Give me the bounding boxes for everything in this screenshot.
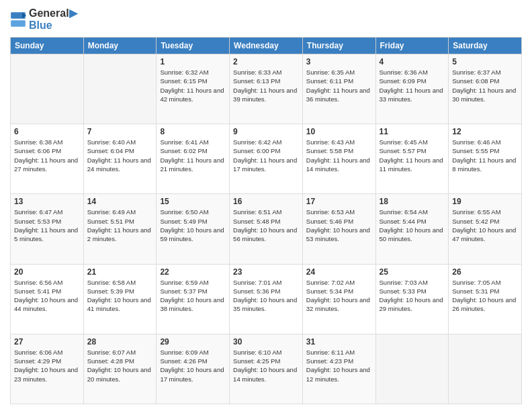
cell-info: Sunrise: 7:01 AM Sunset: 5:36 PM Dayligh…: [233, 278, 299, 314]
day-number: 31: [306, 337, 372, 347]
day-number: 14: [87, 197, 153, 206]
day-number: 23: [233, 267, 299, 277]
calendar-week-row: 27Sunrise: 6:06 AM Sunset: 4:29 PM Dayli…: [11, 334, 522, 404]
calendar-cell: 31Sunrise: 6:11 AM Sunset: 4:23 PM Dayli…: [302, 334, 375, 404]
calendar-cell: 22Sunrise: 6:59 AM Sunset: 5:37 PM Dayli…: [157, 264, 230, 334]
calendar-cell: 8Sunrise: 6:41 AM Sunset: 6:02 PM Daylig…: [157, 124, 230, 194]
calendar-week-row: 13Sunrise: 6:47 AM Sunset: 5:53 PM Dayli…: [11, 194, 522, 264]
cell-info: Sunrise: 6:10 AM Sunset: 4:25 PM Dayligh…: [233, 348, 299, 383]
cell-info: Sunrise: 6:38 AM Sunset: 6:06 PM Dayligh…: [14, 138, 80, 173]
calendar-cell: 17Sunrise: 6:53 AM Sunset: 5:46 PM Dayli…: [302, 194, 375, 264]
calendar-cell: 4Sunrise: 6:36 AM Sunset: 6:09 PM Daylig…: [375, 54, 449, 124]
day-number: 17: [306, 197, 372, 206]
logo: General▶ Blue: [10, 7, 77, 32]
day-number: 2: [233, 57, 299, 66]
day-number: 1: [160, 57, 226, 66]
day-number: 11: [380, 127, 445, 136]
header: General▶ Blue: [10, 7, 522, 32]
calendar-cell: 18Sunrise: 6:54 AM Sunset: 5:44 PM Dayli…: [375, 194, 449, 264]
cell-info: Sunrise: 6:42 AM Sunset: 6:00 PM Dayligh…: [233, 138, 299, 173]
calendar-cell: 28Sunrise: 6:07 AM Sunset: 4:28 PM Dayli…: [83, 334, 157, 404]
day-number: 10: [306, 127, 372, 136]
day-number: 15: [160, 197, 226, 206]
cell-info: Sunrise: 6:55 AM Sunset: 5:42 PM Dayligh…: [452, 208, 518, 243]
calendar-cell: 21Sunrise: 6:58 AM Sunset: 5:39 PM Dayli…: [83, 264, 157, 334]
cell-info: Sunrise: 6:36 AM Sunset: 6:09 PM Dayligh…: [380, 68, 445, 103]
calendar-body: 1Sunrise: 6:32 AM Sunset: 6:15 PM Daylig…: [11, 54, 522, 404]
calendar-week-row: 1Sunrise: 6:32 AM Sunset: 6:15 PM Daylig…: [11, 54, 522, 124]
calendar-cell: 5Sunrise: 6:37 AM Sunset: 6:08 PM Daylig…: [449, 54, 522, 124]
calendar-cell: [11, 54, 84, 124]
cell-info: Sunrise: 6:09 AM Sunset: 4:26 PM Dayligh…: [160, 348, 226, 383]
cell-info: Sunrise: 6:40 AM Sunset: 6:04 PM Dayligh…: [87, 138, 153, 173]
calendar-cell: 30Sunrise: 6:10 AM Sunset: 4:25 PM Dayli…: [230, 334, 303, 404]
page: General▶ Blue SundayMondayTuesdayWednesd…: [0, 0, 532, 411]
day-number: 18: [380, 197, 445, 206]
calendar-cell: [375, 334, 449, 404]
calendar-cell: 24Sunrise: 7:02 AM Sunset: 5:34 PM Dayli…: [302, 264, 375, 334]
day-number: 12: [452, 127, 518, 136]
cell-info: Sunrise: 6:58 AM Sunset: 5:39 PM Dayligh…: [87, 278, 153, 314]
calendar-cell: [83, 54, 157, 124]
calendar-cell: 29Sunrise: 6:09 AM Sunset: 4:26 PM Dayli…: [157, 334, 230, 404]
cell-info: Sunrise: 6:51 AM Sunset: 5:48 PM Dayligh…: [233, 208, 299, 243]
cell-info: Sunrise: 6:56 AM Sunset: 5:41 PM Dayligh…: [14, 278, 80, 314]
weekday-header: SundayMondayTuesdayWednesdayThursdayFrid…: [11, 38, 522, 54]
weekday-header-cell: Tuesday: [157, 38, 230, 54]
calendar-cell: 23Sunrise: 7:01 AM Sunset: 5:36 PM Dayli…: [230, 264, 303, 334]
cell-info: Sunrise: 6:37 AM Sunset: 6:08 PM Dayligh…: [452, 68, 518, 103]
day-number: 29: [160, 337, 226, 347]
cell-info: Sunrise: 6:46 AM Sunset: 5:55 PM Dayligh…: [452, 138, 518, 173]
cell-info: Sunrise: 6:33 AM Sunset: 6:13 PM Dayligh…: [233, 68, 299, 103]
cell-info: Sunrise: 6:47 AM Sunset: 5:53 PM Dayligh…: [14, 208, 80, 243]
calendar-cell: 6Sunrise: 6:38 AM Sunset: 6:06 PM Daylig…: [11, 124, 84, 194]
calendar-cell: 26Sunrise: 7:05 AM Sunset: 5:31 PM Dayli…: [449, 264, 522, 334]
cell-info: Sunrise: 6:32 AM Sunset: 6:15 PM Dayligh…: [160, 68, 226, 103]
cell-info: Sunrise: 7:05 AM Sunset: 5:31 PM Dayligh…: [452, 278, 518, 314]
day-number: 20: [14, 267, 80, 277]
logo-icon: [10, 11, 26, 28]
weekday-header-cell: Sunday: [11, 38, 84, 54]
calendar-cell: 14Sunrise: 6:49 AM Sunset: 5:51 PM Dayli…: [83, 194, 157, 264]
cell-info: Sunrise: 6:49 AM Sunset: 5:51 PM Dayligh…: [87, 208, 153, 243]
day-number: 5: [452, 57, 518, 66]
day-number: 30: [233, 337, 299, 347]
calendar-week-row: 6Sunrise: 6:38 AM Sunset: 6:06 PM Daylig…: [11, 124, 522, 194]
calendar-week-row: 20Sunrise: 6:56 AM Sunset: 5:41 PM Dayli…: [11, 264, 522, 334]
day-number: 16: [233, 197, 299, 206]
cell-info: Sunrise: 6:06 AM Sunset: 4:29 PM Dayligh…: [14, 348, 80, 383]
day-number: 6: [14, 127, 80, 136]
day-number: 26: [452, 267, 518, 277]
weekday-header-cell: Wednesday: [230, 38, 303, 54]
day-number: 9: [233, 127, 299, 136]
day-number: 28: [87, 337, 153, 347]
cell-info: Sunrise: 7:03 AM Sunset: 5:33 PM Dayligh…: [380, 278, 445, 314]
cell-info: Sunrise: 6:54 AM Sunset: 5:44 PM Dayligh…: [380, 208, 445, 243]
cell-info: Sunrise: 6:59 AM Sunset: 5:37 PM Dayligh…: [160, 278, 226, 314]
day-number: 27: [14, 337, 80, 347]
weekday-header-cell: Thursday: [302, 38, 375, 54]
day-number: 4: [380, 57, 445, 66]
day-number: 13: [14, 197, 80, 206]
day-number: 3: [306, 57, 372, 66]
calendar-cell: 13Sunrise: 6:47 AM Sunset: 5:53 PM Dayli…: [11, 194, 84, 264]
day-number: 25: [380, 267, 445, 277]
calendar-cell: 2Sunrise: 6:33 AM Sunset: 6:13 PM Daylig…: [230, 54, 303, 124]
day-number: 8: [160, 127, 226, 136]
day-number: 24: [306, 267, 372, 277]
calendar-cell: 10Sunrise: 6:43 AM Sunset: 5:58 PM Dayli…: [302, 124, 375, 194]
calendar-cell: 15Sunrise: 6:50 AM Sunset: 5:49 PM Dayli…: [157, 194, 230, 264]
weekday-header-cell: Monday: [83, 38, 157, 54]
calendar-cell: 25Sunrise: 7:03 AM Sunset: 5:33 PM Dayli…: [375, 264, 449, 334]
cell-info: Sunrise: 6:50 AM Sunset: 5:49 PM Dayligh…: [160, 208, 226, 243]
weekday-header-cell: Saturday: [449, 38, 522, 54]
logo-text: General▶ Blue: [29, 7, 77, 32]
calendar-cell: 11Sunrise: 6:45 AM Sunset: 5:57 PM Dayli…: [375, 124, 449, 194]
calendar-table: SundayMondayTuesdayWednesdayThursdayFrid…: [10, 37, 522, 404]
day-number: 21: [87, 267, 153, 277]
cell-info: Sunrise: 6:43 AM Sunset: 5:58 PM Dayligh…: [306, 138, 372, 173]
calendar-cell: 3Sunrise: 6:35 AM Sunset: 6:11 PM Daylig…: [302, 54, 375, 124]
calendar-cell: 19Sunrise: 6:55 AM Sunset: 5:42 PM Dayli…: [449, 194, 522, 264]
day-number: 7: [87, 127, 153, 136]
calendar-cell: 27Sunrise: 6:06 AM Sunset: 4:29 PM Dayli…: [11, 334, 84, 404]
